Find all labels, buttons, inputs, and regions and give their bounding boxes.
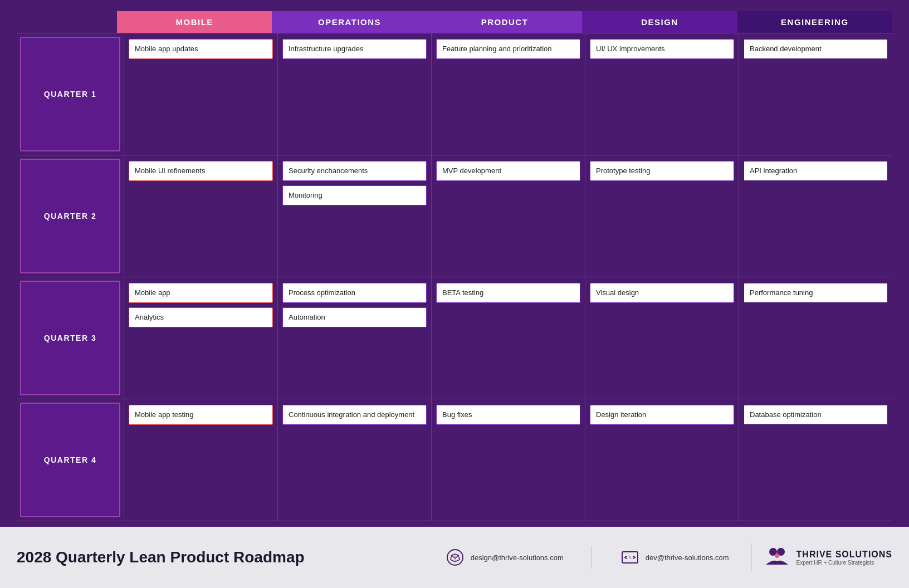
task-card-q2-mobile-0: Mobile UI refinements	[129, 161, 273, 181]
cell-q1-design: UI/ UX improvements	[585, 33, 739, 155]
task-card-q3-operations-0: Process optimization	[282, 283, 427, 303]
quarter-label-text-2: QUARTER 2	[44, 212, 96, 220]
cell-q4-design: Design iteration	[585, 399, 739, 521]
brand-text-container: THRIVE SOLUTIONS Expert HR + Culture Str…	[796, 550, 892, 566]
col-header-operations: OPERATIONS	[272, 11, 427, 33]
footer-contact-design: design@thrive-solutions.com	[445, 547, 564, 567]
cell-q3-mobile: Mobile appAnalytics	[124, 277, 277, 399]
cell-q1-operations: Infrastructure upgrades	[277, 33, 431, 155]
quarter-label-4: QUARTER 4	[20, 403, 120, 517]
quarter-label-text-3: QUARTER 3	[44, 334, 96, 342]
header-spacer	[17, 11, 117, 33]
task-card-q4-design-0: Design iteration	[590, 405, 734, 425]
brand-logo-icon	[763, 543, 791, 571]
svg-line-3	[629, 556, 631, 559]
design-email-text: design@thrive-solutions.com	[471, 553, 564, 562]
header-row: MOBILE OPERATIONS PRODUCT DESIGN ENGINEE…	[17, 11, 892, 33]
footer-section: 2028 Quarterly Lean Product Roadmap desi…	[0, 527, 909, 588]
task-card-q3-mobile-1: Analytics	[129, 307, 273, 327]
dev-email-icon	[620, 547, 640, 567]
footer-contact-dev: dev@thrive-solutions.com	[620, 547, 729, 567]
task-card-q2-operations-0: Security enchancements	[282, 161, 427, 181]
task-card-q3-operations-1: Automation	[282, 307, 427, 327]
quarter-row-3: QUARTER 3Mobile appAnalyticsProcess opti…	[17, 277, 892, 399]
col-header-mobile: MOBILE	[117, 11, 272, 33]
task-card-q2-operations-1: Monitoring	[282, 185, 427, 205]
quarter-label-text-1: QUARTER 1	[44, 90, 96, 99]
quarter-row-4: QUARTER 4Mobile app testingContinuous in…	[17, 399, 892, 521]
task-card-q1-product-0: Feature planning and prioritization	[436, 39, 580, 59]
cell-q4-engineering: Database optimization	[739, 399, 892, 521]
cell-q1-product: Feature planning and prioritization	[431, 33, 585, 155]
cell-q3-operations: Process optimizationAutomation	[277, 277, 431, 399]
quarter-label-1: QUARTER 1	[20, 37, 120, 151]
task-card-q2-engineering-0: API integration	[744, 161, 888, 181]
task-card-q4-product-0: Bug fixes	[436, 405, 580, 425]
task-card-q3-product-0: BETA testing	[436, 283, 580, 303]
cell-q3-design: Visual design	[585, 277, 739, 399]
footer-brand: THRIVE SOLUTIONS Expert HR + Culture Str…	[751, 543, 892, 571]
task-card-q1-engineering-0: Backend development	[744, 39, 888, 59]
cell-q2-engineering: API integration	[739, 155, 892, 277]
quarter-row-1: QUARTER 1Mobile app updatesInfrastructur…	[17, 33, 892, 155]
task-card-q4-engineering-0: Database optimization	[744, 405, 888, 425]
brand-sub: Expert HR + Culture Strategists	[796, 560, 892, 566]
task-card-q2-design-0: Prototype testing	[590, 161, 734, 181]
task-card-q4-operations-0: Continuous integration and deployment	[282, 405, 427, 425]
task-card-q1-operations-0: Infrastructure upgrades	[282, 39, 427, 59]
cell-q2-product: MVP development	[431, 155, 585, 277]
footer-title: 2028 Quarterly Lean Product Roadmap	[17, 548, 423, 566]
task-card-q2-product-0: MVP development	[436, 161, 580, 181]
quarter-row-2: QUARTER 2Mobile UI refinementsSecurity e…	[17, 155, 892, 277]
cell-q4-mobile: Mobile app testing	[124, 399, 277, 521]
cell-q3-engineering: Performance tuning	[739, 277, 892, 399]
main-container: MOBILE OPERATIONS PRODUCT DESIGN ENGINEE…	[0, 0, 909, 588]
svg-point-6	[775, 553, 779, 558]
task-card-q3-mobile-0: Mobile app	[129, 283, 273, 303]
data-rows: QUARTER 1Mobile app updatesInfrastructur…	[17, 33, 892, 521]
task-card-q1-design-0: UI/ UX improvements	[590, 39, 734, 59]
quarter-label-3: QUARTER 3	[20, 281, 120, 395]
dev-email-text: dev@thrive-solutions.com	[646, 553, 729, 562]
roadmap-section: MOBILE OPERATIONS PRODUCT DESIGN ENGINEE…	[0, 0, 909, 527]
col-header-product: PRODUCT	[427, 11, 582, 33]
design-email-icon	[445, 547, 465, 567]
quarter-label-2: QUARTER 2	[20, 159, 120, 273]
quarter-label-text-4: QUARTER 4	[44, 455, 96, 464]
col-header-engineering: ENGINEERING	[737, 11, 892, 33]
task-card-q1-mobile-0: Mobile app updates	[129, 39, 273, 59]
col-header-design: DESIGN	[582, 11, 737, 33]
task-card-q4-mobile-0: Mobile app testing	[129, 405, 273, 425]
cell-q4-product: Bug fixes	[431, 399, 585, 521]
cell-q2-design: Prototype testing	[585, 155, 739, 277]
task-card-q3-design-0: Visual design	[590, 283, 734, 303]
cell-q4-operations: Continuous integration and deployment	[277, 399, 431, 521]
brand-name: THRIVE SOLUTIONS	[796, 550, 892, 560]
cell-q2-operations: Security enchancementsMonitoring	[277, 155, 431, 277]
task-card-q3-engineering-0: Performance tuning	[744, 283, 888, 303]
cell-q1-engineering: Backend development	[739, 33, 892, 155]
cell-q3-product: BETA testing	[431, 277, 585, 399]
cell-q2-mobile: Mobile UI refinements	[124, 155, 277, 277]
footer-separator-1	[592, 546, 592, 569]
cell-q1-mobile: Mobile app updates	[124, 33, 277, 155]
